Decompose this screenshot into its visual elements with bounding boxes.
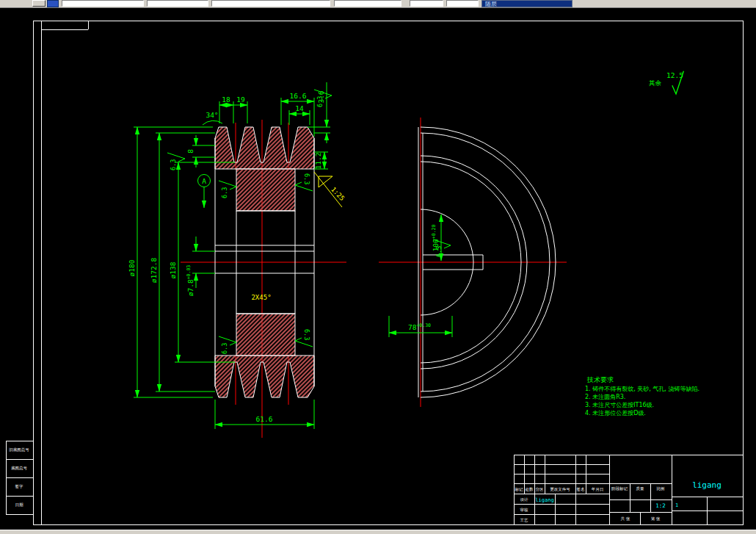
border-strip-row1: 旧底图总号	[9, 447, 29, 452]
dim-8: 8	[186, 149, 195, 154]
border-strip-row4: 日期	[15, 502, 24, 508]
border-strip-row3: 签字	[15, 484, 24, 489]
svg-text:6.3: 6.3	[221, 187, 228, 198]
tb-header-zone: 分区	[536, 487, 545, 491]
tb-stage-label: 阶段标记	[611, 486, 628, 491]
tb-page-label: 第 张	[651, 516, 661, 522]
datum-a-label: A	[202, 177, 206, 185]
dim-61-6: 61.6	[256, 415, 273, 423]
tb-part-name: ligang	[692, 480, 722, 490]
toolbar-combo-2[interactable]	[147, 0, 208, 7]
layer-combo-value: 随层	[485, 1, 497, 7]
general-roughness-value: 12.5	[666, 71, 683, 79]
tech-req-item: 3. 未注尺寸公差按IT16级.	[585, 402, 654, 408]
border-strip-row2: 底图总号	[11, 466, 28, 471]
tb-row-process: 工艺	[520, 518, 529, 522]
toolbar-combo-4[interactable]	[334, 0, 401, 7]
dim-14: 14	[295, 104, 304, 112]
tech-req-item: 2. 未注圆角R3.	[585, 394, 625, 400]
layer-combo[interactable]: 随层	[481, 0, 573, 7]
toolbar-field-5[interactable]	[410, 0, 443, 7]
svg-text:6.3: 6.3	[303, 329, 310, 340]
dim-18: 18	[222, 95, 230, 104]
tb-scale-value: 1:2	[655, 502, 666, 509]
tb-header-date: 年月日	[592, 487, 604, 492]
dim-16-6: 16.6	[290, 92, 307, 100]
tb-header-doc: 更改文件号	[550, 487, 570, 491]
toolbar-button[interactable]	[32, 0, 46, 7]
dim-34deg: 34°	[206, 111, 218, 119]
toolbar-field-6[interactable]	[446, 0, 479, 7]
toolbar-combo-3[interactable]	[211, 0, 330, 7]
toolbar-combo-1[interactable]	[62, 0, 144, 7]
tb-header-mark: 标记	[515, 487, 524, 492]
dim-dia138: ø138	[169, 261, 177, 278]
drawing-canvas[interactable]: ø180 ø172.8 ø138 ø7.8+0.03 8 61.6 16.6 1…	[0, 0, 756, 534]
tb-row-check: 审核	[520, 508, 529, 512]
svg-text:6.3: 6.3	[316, 96, 324, 107]
tb-scale-label: 比例	[657, 486, 665, 491]
tb-weight-label: 质量	[636, 486, 645, 491]
tb-sheet-value: 1	[675, 502, 678, 508]
tech-req-item: 1. 铸件不得有裂纹, 夹砂, 气孔, 浇铸等缺陷.	[585, 386, 699, 392]
svg-text:6.3: 6.3	[170, 159, 177, 170]
chamfer-label: 2X45°	[251, 294, 271, 301]
tb-header-sign: 签名	[577, 487, 585, 492]
dim-dia172-8: ø172.8	[150, 258, 158, 284]
tb-total-label: 共 张	[620, 516, 630, 522]
dim-19: 19	[236, 95, 245, 104]
svg-text:6.3: 6.3	[221, 343, 228, 354]
tb-designer-name: ligang	[535, 497, 553, 503]
tb-header-count: 处数	[526, 487, 534, 492]
svg-text:6.3: 6.3	[303, 173, 310, 184]
status-bar	[0, 530, 756, 534]
canvas-background	[0, 0, 756, 534]
dim-11-2: 11.2	[314, 153, 322, 170]
general-roughness-note: 其余	[649, 79, 662, 87]
top-toolbar: 随层	[0, 0, 756, 8]
application-window: ø180 ø172.8 ø138 ø7.8+0.03 8 61.6 16.6 1…	[0, 0, 756, 534]
tb-row-design: 设计	[520, 497, 529, 502]
tech-req-title: 技术要求	[586, 376, 614, 383]
dim-dia180: ø180	[128, 259, 136, 276]
toolbar-color-button[interactable]	[47, 0, 59, 7]
tech-req-item: 4. 未注形位公差按D级.	[585, 410, 646, 416]
